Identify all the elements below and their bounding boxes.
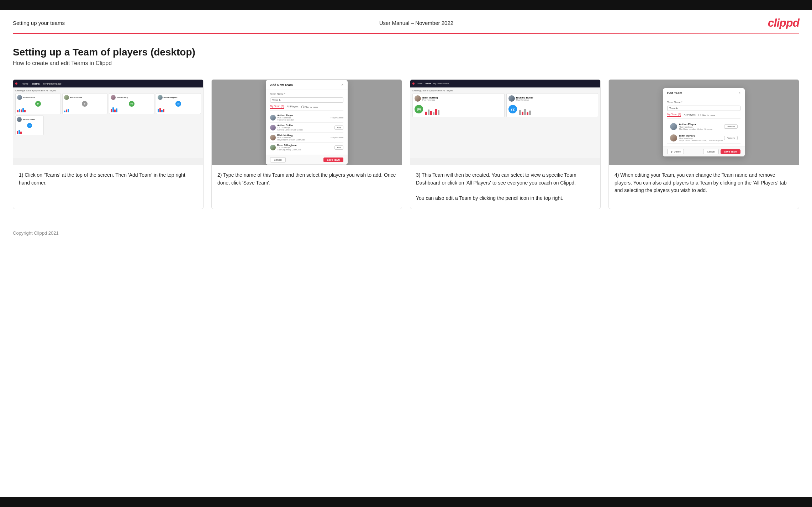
mock-dialog-2: Add New Team × Team Name * My Team (2) A… xyxy=(212,80,402,165)
mock-team-dashboard: Home Teams My Performance Showing 2 out … xyxy=(410,80,600,158)
mock-dash-player-1: Blair McHarg Plus Handicap 94 xyxy=(412,93,505,117)
remove-player-btn-2[interactable]: Remove xyxy=(724,136,738,140)
mock-player-card-1: Adrian Collins 84 xyxy=(15,93,61,114)
mock-dash-header-2: Richard Butler Plus Handicap xyxy=(508,95,596,102)
edit-player-club-1: Plus HandicapThe Shire London, United Ki… xyxy=(679,126,712,130)
card-1-text: 1) Click on 'Teams' at the top of the sc… xyxy=(13,165,203,209)
player-name-4: Dave Billingham xyxy=(277,144,301,146)
edit-filter-by-name: Filter by name xyxy=(698,114,715,116)
mock-score-3: 94 xyxy=(129,101,135,107)
add-player-btn-4[interactable]: Add xyxy=(334,145,343,150)
page-subtitle: How to create and edit Teams in Clippd xyxy=(13,60,799,66)
mock-bars-1 xyxy=(17,107,59,112)
player-info-3: Blair McHarg Plus HandicapRoyal North De… xyxy=(270,134,305,141)
tab-all-players[interactable]: All Players xyxy=(287,105,299,108)
card-3: Home Teams My Performance Showing 2 out … xyxy=(410,79,601,209)
remove-player-btn-1[interactable]: Remove xyxy=(724,124,738,129)
header-manual: User Manual – November 2022 xyxy=(379,20,453,26)
player-avatar-2 xyxy=(270,125,276,130)
mock-players-grid: Adrian Collins 84 xyxy=(15,93,201,114)
nav-home: Home xyxy=(22,82,28,85)
player-details-1: Adrian Player Plus HandicapThe Shire Lon… xyxy=(277,114,294,121)
mock-avatar-5 xyxy=(17,117,22,122)
player-item-4: Dave Billingham 3.4 HandicapThe Oxg Masg… xyxy=(270,143,343,152)
edit-team-dialog: Edit Team × Team Name * My Team (2) All … xyxy=(663,88,745,156)
mock-dash-name-2: Richard Butler xyxy=(516,96,533,99)
edit-dialog-footer: 🗑 Delete Cancel Save Team xyxy=(663,146,745,156)
mock-dash-nav: Home Teams My Performance xyxy=(410,80,600,87)
brand-dot-3 xyxy=(412,82,415,85)
main-content: Setting up a Team of players (desktop) H… xyxy=(0,34,812,227)
edit-player-avatar-1 xyxy=(670,123,677,130)
mock-bars-5 xyxy=(17,129,42,134)
mock-player-header-3: Blair McHarg xyxy=(111,95,153,100)
edit-filter-checkbox[interactable] xyxy=(698,114,701,116)
mock-player-name-1: Adrian Collins xyxy=(23,96,35,98)
edit-tab-my-team[interactable]: My Team (2) xyxy=(667,113,681,117)
delete-label: Delete xyxy=(674,150,681,153)
mock-content-1: Showing 5 out of 8 players from All Play… xyxy=(13,87,203,158)
edit-player-name-2: Blair McHarg xyxy=(679,134,723,137)
mock-bars-3 xyxy=(111,107,153,112)
player-item-2: Adrian Coliba 1.5 HandicapCentral London… xyxy=(270,123,343,133)
add-player-btn-2[interactable]: Add xyxy=(334,126,343,130)
player-item-1: Adrian Player Plus HandicapThe Shire Lon… xyxy=(270,113,343,123)
player-club-4: 3.4 HandicapThe Oxg Masg Golf Club xyxy=(277,146,301,151)
edit-team-name-input[interactable] xyxy=(667,106,740,111)
mock-player-header-4: Dave Billingham xyxy=(158,95,200,100)
edit-dialog-tabs: My Team (2) All Players Filter by name xyxy=(667,113,740,119)
card-2: Add New Team × Team Name * My Team (2) A… xyxy=(211,79,402,209)
card-1: Home Teams My Performance Showing 5 out … xyxy=(13,79,204,209)
mock-score-4: 78 xyxy=(175,101,181,107)
save-team-button-edit[interactable]: Save Team xyxy=(721,149,740,154)
mock-app-1: Home Teams My Performance Showing 5 out … xyxy=(13,80,203,158)
edit-cancel-button[interactable]: Cancel xyxy=(703,149,719,154)
save-team-button[interactable]: Save Team xyxy=(323,158,343,162)
player-club-1: Plus HandicapThe Shire London xyxy=(277,117,294,121)
edit-dialog-body: Team Name * My Team (2) All Players Filt… xyxy=(663,98,745,146)
edit-player-details-2: Blair McHarg Plus HandicapRoyal North De… xyxy=(679,134,723,142)
mock-dash-header-1: Blair McHarg Plus Handicap xyxy=(415,95,502,102)
edit-dialog-close-icon[interactable]: × xyxy=(738,91,740,95)
edit-player-item-1: Adrian Player Plus HandicapThe Shire Lon… xyxy=(667,121,740,132)
player-avatar-4 xyxy=(270,145,276,150)
edit-tab-all-players[interactable]: All Players xyxy=(684,113,696,117)
mock-player-name-3: Blair McHarg xyxy=(117,96,128,98)
tab-my-team[interactable]: My Team (2) xyxy=(270,105,284,109)
filter-checkbox[interactable] xyxy=(301,106,304,108)
player-list: Adrian Player Plus HandicapThe Shire Lon… xyxy=(270,113,343,152)
filter-by-name: Filter by name xyxy=(301,106,318,108)
player-info-1: Adrian Player Plus HandicapThe Shire Lon… xyxy=(270,114,294,121)
page-title: Setting up a Team of players (desktop) xyxy=(13,47,799,58)
mock-dash-players: Blair McHarg Plus Handicap 94 xyxy=(412,93,598,117)
mock-dash-name-1: Blair McHarg xyxy=(422,96,438,99)
edit-player-name-1: Adrian Player xyxy=(679,123,712,126)
mock-dash-club-1: Plus Handicap xyxy=(422,99,438,101)
bottom-bar xyxy=(0,497,812,507)
card-4-screenshot: Edit Team × Team Name * My Team (2) All … xyxy=(609,80,799,165)
mock-player-name-5: Richard Butler xyxy=(23,118,35,121)
mock-edit-dialog: Edit Team × Team Name * My Team (2) All … xyxy=(609,80,799,165)
delete-team-button[interactable]: 🗑 Delete xyxy=(667,149,684,154)
player-avatar-1 xyxy=(270,115,276,121)
mock-score-2: 0 xyxy=(82,101,88,107)
edit-player-info-2: Blair McHarg Plus HandicapRoyal North De… xyxy=(670,134,723,142)
edit-player-avatar-2 xyxy=(670,134,677,142)
dialog-tabs: My Team (2) All Players Filter by name xyxy=(270,105,343,111)
edit-player-details-1: Adrian Player Plus HandicapThe Shire Lon… xyxy=(679,123,712,130)
player-info-2: Adrian Coliba 1.5 HandicapCentral London… xyxy=(270,124,303,131)
mock-bars-4 xyxy=(158,107,200,112)
mock-dash-bars-1 xyxy=(425,105,439,115)
add-team-dialog: Add New Team × Team Name * My Team (2) A… xyxy=(266,80,348,165)
dialog-title: Add New Team xyxy=(270,83,293,87)
edit-dialog-header: Edit Team × xyxy=(663,88,745,98)
mock-player-card-5: Richard Butler 72 xyxy=(15,116,44,135)
cancel-button[interactable]: Cancel xyxy=(270,157,286,162)
edit-player-info-1: Adrian Player Plus HandicapThe Shire Lon… xyxy=(670,123,712,130)
dialog-close-icon[interactable]: × xyxy=(341,83,343,87)
edit-team-name-label: Team Name * xyxy=(667,101,740,103)
edit-player-item-2: Blair McHarg Plus HandicapRoyal North De… xyxy=(667,132,740,144)
player-details-4: Dave Billingham 3.4 HandicapThe Oxg Masg… xyxy=(277,144,301,151)
team-name-input[interactable] xyxy=(270,97,343,103)
mock-player-header-5: Richard Butler xyxy=(17,117,42,122)
